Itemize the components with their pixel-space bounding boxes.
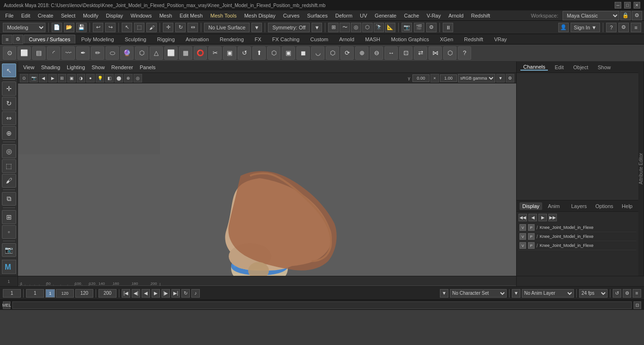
shelf-offset-icon[interactable]: ⊡ [399, 46, 412, 60]
vp-shade1-icon[interactable]: ◑ [77, 74, 85, 82]
menu-mesh[interactable]: Mesh [156, 12, 175, 19]
menu-mesh-display[interactable]: Mesh Display [241, 12, 279, 19]
start-frame-input[interactable] [26, 289, 44, 298]
close-button[interactable]: ✕ [634, 2, 640, 9]
select-tool-button[interactable]: ↖ [2, 64, 16, 77]
total-frames-input[interactable] [98, 289, 116, 298]
vp-wireframe-icon[interactable]: ▣ [67, 74, 76, 82]
layer-vis-2[interactable]: V [519, 233, 526, 240]
settings-icon[interactable]: ⚙ [618, 23, 629, 32]
layer-p-1[interactable]: P [528, 224, 535, 231]
pb-char-set-arrow-icon[interactable]: ▼ [440, 289, 448, 298]
menu-create[interactable]: Create [35, 12, 57, 19]
vp-menu-show[interactable]: Show [89, 64, 107, 70]
tab-sculpting[interactable]: Sculpting [120, 35, 152, 44]
shelf-project-icon[interactable]: ⬡ [443, 46, 456, 60]
shelf-birail-icon[interactable]: ⬡ [267, 46, 280, 60]
shelf-revolve-icon[interactable]: ↺ [238, 46, 251, 60]
shelf-nurbs-square-icon[interactable]: ⬜ [18, 46, 31, 60]
snap-persp-icon[interactable]: 📐 [385, 23, 395, 32]
symmetry-button[interactable]: Symmetry: Off [268, 23, 310, 32]
shelf-extrude-icon[interactable]: ⬆ [252, 46, 266, 60]
shelf-detach-icon[interactable]: ⊖ [370, 46, 383, 60]
tab-arnold[interactable]: Arnold [334, 35, 359, 44]
snap-view-icon[interactable]: 🔭 [374, 23, 384, 32]
shelf-plane2-icon[interactable]: ▦ [179, 46, 192, 60]
show-manip-button[interactable]: ⧉ [2, 192, 16, 206]
layer-nav-next-icon[interactable]: ▶ [538, 214, 547, 221]
vp-menu-view[interactable]: View [21, 64, 37, 70]
menu-uv[interactable]: UV [357, 12, 370, 19]
shelf-loft-icon[interactable]: ▣ [223, 46, 236, 60]
shelf-attach-icon[interactable]: ⊕ [355, 46, 368, 60]
more-icon[interactable]: ≡ [631, 23, 641, 32]
menu-surfaces[interactable]: Surfaces [304, 12, 331, 19]
attribute-editor-tab[interactable]: Attribute Editor [638, 62, 644, 276]
pb-loop-button[interactable]: ↻ [181, 289, 190, 298]
fps-select[interactable]: 24 fps 30 fps 60 fps [579, 289, 608, 298]
shelf-reverse-icon[interactable]: ⇄ [414, 46, 427, 60]
tab-fx-caching[interactable]: FX Caching [267, 35, 304, 44]
symmetry-arrow-icon[interactable]: ▼ [312, 23, 322, 32]
tab-poly-modeling[interactable]: Poly Modeling [76, 35, 119, 44]
anim-layer-select[interactable]: No Anim Layer [522, 289, 574, 298]
vp-ao-icon[interactable]: ⬤ [115, 74, 123, 82]
rotate-icon[interactable]: ↻ [175, 23, 186, 32]
pb-loop-mode-icon[interactable]: ↺ [613, 289, 621, 298]
undo-icon[interactable]: ↩ [93, 23, 103, 32]
workspace-select[interactable]: Maya Classic [563, 11, 619, 20]
tab-fx[interactable]: FX [250, 35, 267, 44]
current-frame-input[interactable] [3, 289, 21, 298]
select-icon[interactable]: ↖ [122, 23, 132, 32]
shelf-intersect-icon[interactable]: ⋈ [429, 46, 442, 60]
vp-menu-renderer[interactable]: Renderer [109, 64, 135, 70]
shelf-cube-icon[interactable]: ⬜ [164, 46, 178, 60]
menu-cache[interactable]: Cache [401, 12, 422, 19]
vp-next-frame-icon[interactable]: ▶ [48, 74, 57, 82]
vp-aa-icon[interactable]: ⊕ [124, 74, 133, 82]
menu-generate[interactable]: Generate [371, 12, 400, 19]
vp-colorspace-arrow-icon[interactable]: ▼ [496, 74, 505, 82]
scale-icon[interactable]: ⇔ [188, 23, 198, 32]
cb-tab-channels[interactable]: Channels [520, 64, 548, 71]
shelf-extend-icon[interactable]: ↔ [385, 46, 398, 60]
vp-camera-icon[interactable]: 📷 [29, 74, 38, 82]
pb-play-back-button[interactable]: ◀ [142, 289, 150, 298]
vp-select-mask-icon[interactable]: ⊙ [20, 74, 28, 82]
scale-tool-button[interactable]: ⇔ [2, 111, 16, 125]
layer-p-3[interactable]: P [528, 242, 535, 249]
snap-curve-icon[interactable]: 〜 [340, 23, 350, 32]
vp-gamma-mult-input[interactable] [440, 74, 457, 82]
transform-tool-button[interactable]: ⊕ [2, 126, 16, 140]
shelf-cv-curve-icon[interactable]: ◜ [47, 46, 60, 60]
vp-menu-lighting[interactable]: Lighting [64, 64, 88, 70]
render-icon[interactable]: 📷 [402, 23, 412, 32]
layer-p-2[interactable]: P [528, 233, 535, 240]
shelf-pencil-icon[interactable]: ✏ [91, 46, 104, 60]
sign-in-button[interactable]: Sign In ▼ [571, 23, 600, 32]
snap-to-grid-button[interactable]: ⊞ [2, 210, 16, 224]
menu-edit-mesh[interactable]: Edit Mesh [176, 12, 206, 19]
tab-custom[interactable]: Custom [305, 35, 333, 44]
shelf-sphere-icon[interactable]: 🔮 [120, 46, 134, 60]
shelf-torus-icon[interactable]: ⭕ [194, 46, 207, 60]
pb-play-fwd-button[interactable]: ▶ [152, 289, 160, 298]
tab-motion-graphics[interactable]: Motion Graphics [386, 35, 434, 44]
shelf-nurbs-circle-icon[interactable]: ⊙ [3, 46, 16, 60]
vp-dof-icon[interactable]: ◎ [134, 74, 142, 82]
tab-vray[interactable]: VRay [489, 35, 512, 44]
viewport-canvas[interactable]: persp x y z [18, 83, 516, 276]
cb-tab-edit[interactable]: Edit [552, 64, 566, 70]
live-surface-arrow-icon[interactable]: ▼ [251, 23, 262, 32]
vp-colorspace-select[interactable]: sRGB gamma [458, 74, 495, 82]
tab-rendering[interactable]: Rendering [215, 35, 249, 44]
menu-select[interactable]: Select [58, 12, 79, 19]
pb-sound-button[interactable]: ♪ [191, 289, 200, 298]
snap-to-point-button[interactable]: ◦ [2, 225, 16, 239]
minimize-button[interactable]: ─ [615, 2, 621, 9]
sign-in-icon[interactable]: 👤 [558, 23, 569, 32]
tab-animation[interactable]: Animation [180, 35, 214, 44]
tab-mash[interactable]: MASH [360, 35, 385, 44]
rotate-tool-button[interactable]: ↻ [2, 97, 16, 110]
layer-vis-1[interactable]: V [519, 224, 526, 231]
